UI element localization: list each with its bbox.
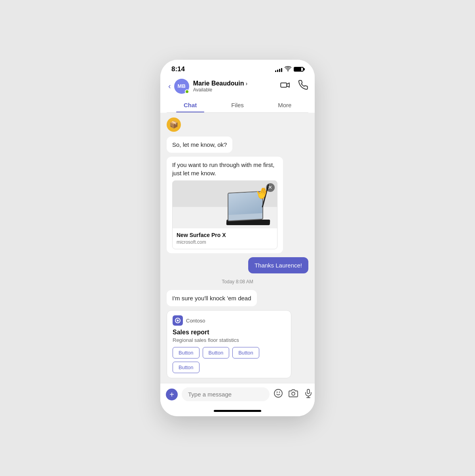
phone-call-button[interactable] xyxy=(298,80,308,93)
bot-card-button-1[interactable]: Button xyxy=(173,347,200,358)
plus-icon: + xyxy=(169,391,174,398)
contact-name-row: Marie Beaudouin › Available xyxy=(193,80,248,93)
attach-button[interactable]: + xyxy=(166,389,178,400)
link-card: 🤚 ✕ New Surface Pro X microsoft.com xyxy=(172,180,277,249)
camera-button[interactable] xyxy=(289,389,298,400)
back-button[interactable]: ‹ xyxy=(167,80,173,92)
contact-info: MB Marie Beaudouin › Available xyxy=(174,79,280,94)
link-card-close-button[interactable]: ✕ xyxy=(266,183,275,192)
signal-bar-4 xyxy=(281,68,282,72)
bot-card: Contoso Sales report Regional sales floo… xyxy=(167,310,291,378)
svg-rect-0 xyxy=(281,83,287,87)
bot-card-title: Sales report xyxy=(173,329,285,336)
bot-logo xyxy=(173,315,183,326)
bot-card-button-4[interactable]: Button xyxy=(173,362,200,373)
chat-area: 📦 So, let me know, ok? If you want to ru… xyxy=(160,113,315,383)
header-row: ‹ MB Marie Beaudouin › Available xyxy=(167,79,308,98)
signal-bar-3 xyxy=(279,69,280,72)
message-input[interactable] xyxy=(182,387,270,401)
status-icons xyxy=(275,66,304,72)
svg-point-2 xyxy=(177,320,179,322)
online-status-dot xyxy=(185,89,189,94)
bot-card-header: Contoso xyxy=(173,315,285,326)
home-bar xyxy=(214,410,261,412)
bot-card-buttons: Button Button Button Button xyxy=(173,347,285,373)
link-card-image: 🤚 ✕ xyxy=(173,181,277,228)
svg-point-6 xyxy=(292,392,295,395)
bot-card-subtitle: Regional sales floor statistics xyxy=(173,337,285,343)
message-with-card: If you want to run through with me first… xyxy=(167,157,283,253)
status-bar: 8:14 xyxy=(160,60,315,76)
link-card-title: New Surface Pro X xyxy=(177,231,273,239)
input-icons xyxy=(274,389,313,400)
avatar-initials: MB xyxy=(178,83,186,89)
emoji-reaction: 📦 xyxy=(167,118,181,132)
home-indicator xyxy=(160,405,315,416)
contact-name[interactable]: Marie Beaudouin › xyxy=(193,80,248,87)
bot-card-button-3[interactable]: Button xyxy=(232,347,259,358)
avatar: MB xyxy=(174,79,189,94)
signal-bar-1 xyxy=(275,70,276,72)
bot-card-app-name: Contoso xyxy=(186,318,205,324)
input-bar: + xyxy=(160,383,315,405)
signal-bars-icon xyxy=(275,66,282,72)
link-card-domain: microsoft.com xyxy=(177,239,273,246)
wifi-icon xyxy=(285,66,291,72)
header-actions xyxy=(280,80,308,93)
contact-status: Available xyxy=(193,87,248,93)
timestamp-1: Today 8:08 AM xyxy=(167,279,308,284)
svg-rect-7 xyxy=(307,389,310,394)
phone-frame: 8:14 ‹ xyxy=(160,60,315,416)
signal-bar-2 xyxy=(277,70,278,72)
emoji-button[interactable] xyxy=(274,389,283,400)
bot-card-button-2[interactable]: Button xyxy=(203,347,230,358)
tab-more[interactable]: More xyxy=(261,98,308,112)
battery-fill xyxy=(294,68,301,71)
message-left-1: So, let me know, ok? xyxy=(167,137,232,153)
tab-files[interactable]: Files xyxy=(214,98,261,112)
svg-point-3 xyxy=(274,389,282,397)
link-card-info: New Surface Pro X microsoft.com xyxy=(173,228,277,249)
chevron-right-icon: › xyxy=(246,80,248,87)
message-left-2: I'm sure you'll knock 'em dead xyxy=(167,290,257,306)
chat-header: ‹ MB Marie Beaudouin › Available xyxy=(160,76,315,113)
emoji-icon-row: 📦 xyxy=(167,118,308,132)
video-call-button[interactable] xyxy=(280,80,290,93)
battery-icon xyxy=(294,67,304,72)
tab-chat[interactable]: Chat xyxy=(167,98,214,112)
status-time: 8:14 xyxy=(171,65,185,73)
message-right-1: Thanks Laurence! xyxy=(248,257,308,273)
microphone-button[interactable] xyxy=(304,389,313,400)
tabs: Chat Files More xyxy=(167,98,308,113)
